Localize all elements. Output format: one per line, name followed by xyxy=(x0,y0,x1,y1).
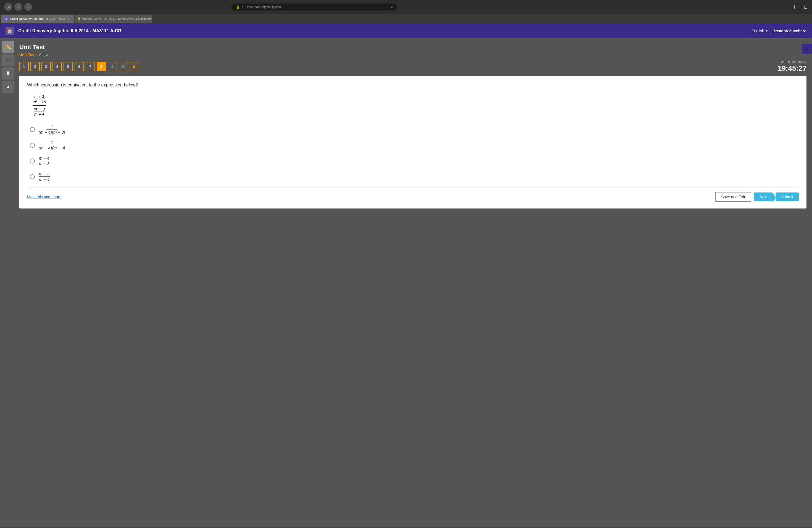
floating-add-btn[interactable]: + xyxy=(802,44,812,54)
share-btn[interactable]: ⬆ xyxy=(793,4,796,10)
question-num-1[interactable]: 1 xyxy=(19,62,29,71)
sidebar-toggle-btn[interactable]: ⊞ xyxy=(4,3,12,11)
question-num-6[interactable]: 6 xyxy=(75,62,84,71)
choice-d-label: m + 3 m + 4 xyxy=(39,172,50,182)
reload-btn[interactable]: ↻ xyxy=(390,5,393,9)
breadcrumb-row: Unit Test Active xyxy=(19,53,807,57)
radio-a[interactable] xyxy=(30,127,35,132)
header-right: English ▼ Breanna Zucchero xyxy=(752,29,807,33)
next-button[interactable]: Next xyxy=(754,192,773,201)
new-tab-btn[interactable]: + xyxy=(799,4,801,10)
radio-c[interactable] xyxy=(30,159,35,163)
mathos-tab-icon: M xyxy=(78,17,80,21)
choice-c: m − 4 m − 3 xyxy=(30,156,799,166)
browser-chrome: ⊞ ‹ › 🔒 r18.core.learn.edgenuity.com ↻ ⬆… xyxy=(0,0,812,14)
tab-mathos[interactable]: M Mathos (MathGPTPro) | AI Math Solver &… xyxy=(75,15,152,23)
question-num-4[interactable]: 4 xyxy=(53,62,62,71)
choice-a: 1 (m + 4)(m + 3) xyxy=(30,124,799,134)
breadcrumb-link[interactable]: Unit Test xyxy=(19,53,35,57)
headphones-btn[interactable]: 🎧 xyxy=(2,54,14,66)
timer-value: 19:45:27 xyxy=(777,64,807,73)
unit-test-heading: Unit Test xyxy=(19,44,807,51)
timer-block: TIME REMAINING 19:45:27 xyxy=(777,60,807,73)
question-num-3[interactable]: 3 xyxy=(41,62,51,71)
language-selector[interactable]: English ▼ xyxy=(752,29,768,33)
question-num-5[interactable]: 5 xyxy=(63,62,73,71)
radio-b[interactable] xyxy=(30,143,35,148)
choice-b: 1 (m − 4)(m − 3) xyxy=(30,140,799,150)
content-area: Unit Test Unit Test Active 1 2 3 4 5 6 7… xyxy=(17,38,812,527)
calculator-btn[interactable]: 🖩 xyxy=(2,68,14,79)
mark-return-link[interactable]: Mark this and return xyxy=(27,195,62,199)
question-num-2[interactable]: 2 xyxy=(30,62,40,71)
next-button-label: Next xyxy=(759,195,768,199)
question-card: Which expression is equivalent to the ex… xyxy=(19,76,807,208)
choice-b-label: 1 (m − 4)(m − 3) xyxy=(39,140,65,150)
question-num-8[interactable]: 8 xyxy=(97,62,106,71)
scroll-top-btn[interactable]: ▲ xyxy=(2,80,14,93)
back-btn[interactable]: ‹ xyxy=(14,3,22,11)
tab-bar: E Credit Recovery Algebra II A 2014 – MA… xyxy=(0,14,812,24)
tabs-btn[interactable]: ⊡ xyxy=(804,4,808,10)
question-text: Which expression is equivalent to the ex… xyxy=(27,83,799,88)
question-expression: m + 3 m² − 16 m² − 9 m + 4 xyxy=(33,94,799,117)
timer-label: TIME REMAINING xyxy=(777,60,807,63)
nav-timer-row: 1 2 3 4 5 6 7 8 9 10 ▶ TIME REMAINING 19… xyxy=(19,60,807,73)
question-num-9[interactable]: 9 xyxy=(108,62,117,71)
chevron-down-icon: ▼ xyxy=(765,30,768,33)
main-layout: ✏️ 🎧 🖩 ▲ Unit Test Unit Test Active 1 2 … xyxy=(0,38,812,527)
question-navigation: 1 2 3 4 5 6 7 8 9 10 ▶ xyxy=(19,62,139,71)
bottom-bar: Mark this and return Save and Exit Next … xyxy=(27,187,799,202)
radio-d[interactable] xyxy=(30,174,35,179)
language-label: English xyxy=(752,29,764,33)
question-num-7[interactable]: 7 xyxy=(86,62,95,71)
question-nav-next-arrow[interactable]: ▶ xyxy=(130,62,139,71)
left-sidebar: ✏️ 🎧 🖩 ▲ xyxy=(0,38,17,527)
tab-mathos-label: Mathos (MathGPTPro) | AI Math Solver & C… xyxy=(82,17,152,20)
action-buttons: Save and Exit Next Submit xyxy=(715,192,799,202)
submit-button[interactable]: Submit xyxy=(775,192,799,201)
home-btn[interactable]: 🏠 xyxy=(5,27,14,35)
answer-choices: 1 (m + 4)(m + 3) 1 (m − 4)(m − 3) xyxy=(30,124,799,182)
url-text: r18.core.learn.edgenuity.com xyxy=(242,5,281,9)
app-header: 🏠 Credit Recovery Algebra II A 2014 - MA… xyxy=(0,24,812,38)
browser-actions: ⬆ + ⊡ xyxy=(793,4,808,10)
edgenuity-tab-icon: E xyxy=(4,17,8,21)
address-bar[interactable]: 🔒 r18.core.learn.edgenuity.com ↻ xyxy=(231,4,397,11)
app-title: Credit Recovery Algebra II A 2014 - MA31… xyxy=(18,28,752,33)
tab-edgenuity[interactable]: E Credit Recovery Algebra II A 2014 – MA… xyxy=(1,15,74,23)
forward-btn[interactable]: › xyxy=(24,3,32,11)
username-label: Breanna Zucchero xyxy=(772,29,807,33)
question-num-10[interactable]: 10 xyxy=(119,62,128,71)
lock-icon: 🔒 xyxy=(236,5,240,9)
browser-controls: ⊞ ‹ › xyxy=(4,3,32,11)
choice-a-label: 1 (m + 4)(m + 3) xyxy=(39,124,65,134)
save-exit-button[interactable]: Save and Exit xyxy=(715,192,751,202)
tab-edgenuity-label: Credit Recovery Algebra II A 2014 – MA31… xyxy=(10,17,71,20)
pencil-btn[interactable]: ✏️ xyxy=(2,41,14,53)
choice-d: m + 3 m + 4 xyxy=(30,172,799,182)
breadcrumb-status: Active xyxy=(39,53,49,57)
choice-c-label: m − 4 m − 3 xyxy=(39,156,50,166)
panel-header: Unit Test Unit Test Active xyxy=(19,44,807,57)
